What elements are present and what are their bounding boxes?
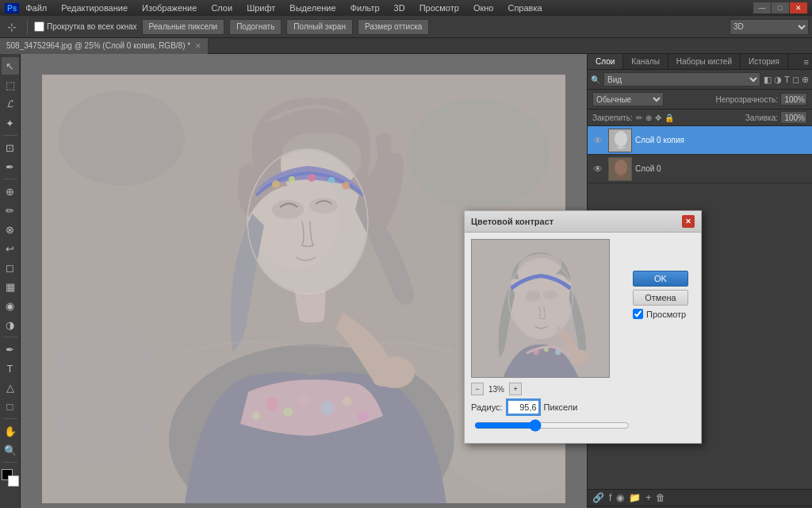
link-layers-icon[interactable]: 🔗	[592, 492, 604, 503]
add-style-icon[interactable]: f	[609, 492, 611, 503]
tool-shape[interactable]: □	[2, 398, 19, 415]
tool-dodge[interactable]: ◑	[2, 316, 19, 333]
delete-layer-icon[interactable]: 🗑	[656, 492, 665, 503]
layer-item-copy[interactable]: 👁 Слой 0 копия	[588, 126, 812, 155]
zoom-in-icon[interactable]: +	[509, 383, 522, 395]
close-window-button[interactable]: ✕	[790, 2, 807, 13]
tool-blur[interactable]: ◉	[2, 297, 19, 314]
lock-pixel-icon[interactable]: ✏	[636, 114, 642, 122]
fill-row: Заливка: 100%	[745, 111, 807, 124]
layer-thumb-copy	[608, 129, 632, 152]
filter-pixel-icon[interactable]: ◧	[764, 75, 772, 85]
menu-font[interactable]: Шрифт	[243, 3, 278, 13]
menu-select[interactable]: Выделение	[286, 3, 339, 13]
cancel-button[interactable]: Отмена	[633, 290, 688, 306]
3d-select[interactable]: 3D	[730, 19, 809, 35]
tool-hand[interactable]: ✋	[2, 422, 19, 440]
toolbar-sep-4	[3, 418, 17, 419]
layer-item-orig[interactable]: 👁 Слой 0	[588, 155, 812, 183]
fit-button[interactable]: Подогнать	[229, 19, 282, 35]
menu-layers[interactable]: Слои	[208, 3, 236, 13]
preview-label: Просмотр	[646, 310, 686, 319]
tool-heal[interactable]: ⊕	[2, 183, 19, 200]
minimize-button[interactable]: —	[753, 2, 771, 13]
radius-slider[interactable]	[474, 419, 630, 432]
svg-point-20	[308, 174, 316, 182]
toolbar-sep-5	[3, 462, 17, 463]
filter-shape-icon[interactable]: ◻	[792, 75, 799, 85]
brushes-tab[interactable]: Наборы кистей	[668, 54, 741, 69]
new-layer-icon[interactable]: +	[645, 492, 651, 503]
panel-menu-icon[interactable]: ≡	[804, 57, 809, 67]
tool-move[interactable]: ↖	[2, 57, 19, 75]
layer-name-copy: Слой 0 копия	[635, 136, 809, 144]
opacity-input[interactable]: 100%	[780, 93, 807, 106]
dialog-close-button[interactable]: ✕	[682, 215, 695, 228]
tool-lasso[interactable]: 𝓛	[2, 95, 19, 113]
svg-point-18	[272, 180, 280, 188]
actual-pixels-button[interactable]: Реальные пиксели	[142, 19, 225, 35]
new-group-icon[interactable]: 📁	[629, 492, 641, 503]
opacity-row: Непрозрачность: 100%	[715, 93, 807, 106]
menu-filter[interactable]: Фильтр	[347, 3, 383, 13]
preview-checkbox[interactable]	[633, 309, 643, 319]
tabbar: 508_34752964.jpg @ 25% (Слой 0 копия, RG…	[0, 38, 587, 54]
history-tab[interactable]: История	[741, 54, 788, 69]
tool-brush[interactable]: ✏	[2, 202, 19, 219]
layer-name-orig: Слой 0	[635, 164, 809, 173]
filter-text-icon[interactable]: T	[784, 75, 790, 85]
toolbar-sep-3	[3, 337, 17, 337]
ok-button[interactable]: OK	[633, 271, 688, 287]
fill-input[interactable]: 100%	[780, 111, 807, 124]
print-size-button[interactable]: Размер оттиска	[358, 19, 429, 35]
tool-marquee[interactable]: ⬚	[2, 76, 19, 94]
menu-3d[interactable]: 3D	[391, 3, 408, 13]
layer-visibility-orig[interactable]: 👁	[591, 162, 605, 176]
channels-tab[interactable]: Каналы	[623, 54, 668, 69]
toolbar: ⊹ Прокрутка во всех окнах Реальные пиксе…	[0, 16, 812, 38]
document-tab[interactable]: 508_34752964.jpg @ 25% (Слой 0 копия, RG…	[0, 38, 209, 54]
menu-help[interactable]: Справка	[504, 3, 545, 13]
tool-text[interactable]: T	[2, 360, 19, 377]
lock-all-icon[interactable]: 🔒	[665, 114, 674, 122]
filter-smart-icon[interactable]: ⊕	[802, 75, 809, 85]
lock-move-icon[interactable]: ✥	[655, 114, 661, 122]
add-mask-icon[interactable]: ◉	[616, 492, 624, 503]
tab-close-icon[interactable]: ✕	[195, 42, 201, 50]
tool-eraser[interactable]: ◻	[2, 259, 19, 276]
scroll-all-checkbox[interactable]	[34, 21, 44, 32]
menu-edit[interactable]: Редактирование	[58, 3, 131, 13]
tool-wand[interactable]: ✦	[2, 114, 19, 132]
tool-gradient[interactable]: ▦	[2, 278, 19, 295]
layers-tab[interactable]: Слои	[588, 54, 623, 69]
tool-history[interactable]: ↩	[2, 240, 19, 257]
tool-pen[interactable]: ✒	[2, 341, 19, 358]
menu-view[interactable]: Просмотр	[416, 3, 462, 13]
menu-file[interactable]: Файл	[22, 3, 50, 13]
menu-image[interactable]: Изображение	[139, 3, 200, 13]
svg-point-33	[525, 291, 541, 302]
maximize-button[interactable]: □	[772, 2, 789, 13]
fullscreen-button[interactable]: Полный экран	[286, 19, 353, 35]
panel-tabs: Слои Каналы Наборы кистей История ≡	[588, 54, 812, 70]
layer-visibility-copy[interactable]: 👁	[591, 133, 605, 148]
radius-input[interactable]: 95,6	[508, 400, 539, 414]
left-toolbar: ↖ ⬚ 𝓛 ✦ ⊡ ✒ ⊕ ✏ ⊗ ↩ ◻ ▦ ◉ ◑ ✒ T △ □ ✋ 🔍	[0, 54, 21, 508]
tool-crop[interactable]: ⊡	[2, 139, 19, 156]
tool-path[interactable]: △	[2, 379, 19, 396]
svg-point-12	[358, 410, 369, 421]
color-swatches	[2, 469, 19, 487]
filter-adj-icon[interactable]: ◑	[774, 75, 782, 85]
menu-window[interactable]: Окно	[470, 3, 497, 13]
svg-point-2	[407, 98, 550, 210]
lock-pos-icon[interactable]: ⊕	[645, 114, 652, 122]
tab-label: 508_34752964.jpg @ 25% (Слой 0 копия, RG…	[6, 41, 190, 50]
zoom-out-icon[interactable]: −	[471, 383, 484, 395]
tool-eyedropper[interactable]: ✒	[2, 158, 19, 175]
layer-type-filter[interactable]: Вид	[603, 72, 760, 87]
toolbar-separator	[27, 19, 28, 35]
background-color[interactable]	[8, 475, 19, 487]
tool-stamp[interactable]: ⊗	[2, 221, 19, 238]
tool-zoom[interactable]: 🔍	[2, 441, 19, 459]
blend-mode-select[interactable]: Обычные	[592, 92, 664, 106]
